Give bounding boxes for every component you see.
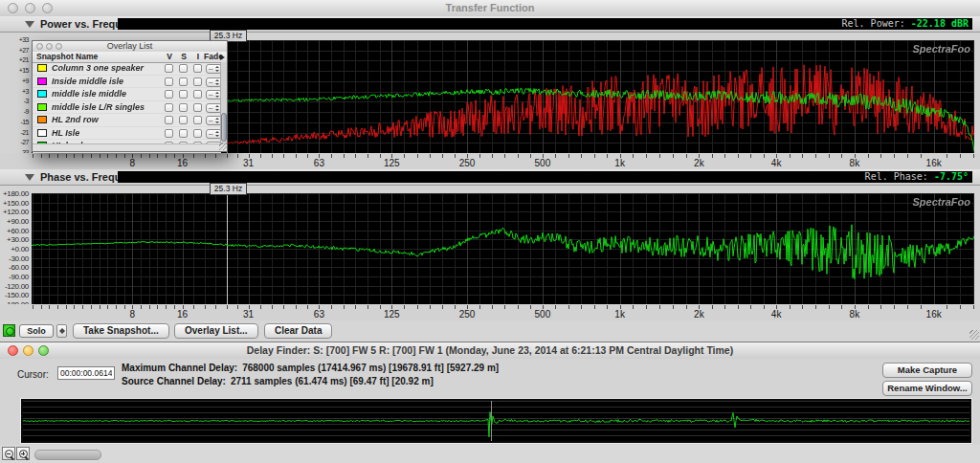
x-axis-minor-tick [157, 305, 158, 309]
snapshot-color-swatch[interactable] [37, 129, 47, 137]
isolate-checkbox[interactable] [193, 129, 202, 138]
x-axis-minor-tick [530, 305, 531, 309]
snapshot-color-swatch[interactable] [37, 116, 47, 123]
solo-checkbox[interactable] [179, 129, 188, 138]
phase-plot[interactable] [32, 193, 974, 304]
y-axis-tick-label: -120.00 [0, 282, 29, 291]
x-axis-minor-tick [815, 154, 816, 158]
x-axis-minor-tick [868, 305, 869, 309]
y-axis-tick-label: +15 [0, 67, 29, 75]
x-axis-minor-tick [237, 154, 238, 158]
scroll-right-arrow-icon[interactable] [220, 55, 225, 60]
overlay-list-row[interactable]: middle isle middle -- [33, 88, 221, 101]
x-axis-minor-tick [141, 154, 142, 158]
fade-value: -- [209, 129, 213, 139]
zoom-in-button[interactable] [16, 447, 30, 460]
overlay-resize-grip[interactable] [219, 143, 227, 150]
rename-window-button[interactable]: Rename Window... [882, 381, 972, 396]
tf-titlebar[interactable]: Transfer Function [0, 0, 980, 17]
cursor-time-field[interactable] [57, 366, 115, 380]
x-axis-minor-tick [116, 154, 117, 158]
power-indicator-icon[interactable] [3, 324, 15, 337]
overlay-list-row[interactable]: Column 3 one speaker -- [33, 62, 221, 76]
solo-checkbox[interactable] [179, 64, 188, 73]
visible-checkbox[interactable] [165, 90, 173, 99]
visible-checkbox[interactable] [165, 103, 173, 112]
solo-button[interactable]: Solo [19, 324, 54, 338]
zoom-out-button[interactable] [2, 447, 15, 460]
phase-readout-strip: Rel. Phase: -7.75° [118, 171, 972, 183]
x-axis-minor-tick [646, 154, 647, 158]
fade-value: -- [209, 116, 213, 125]
x-axis-tick-label: 125 [384, 158, 400, 168]
make-capture-button[interactable]: Make Capture [882, 363, 972, 378]
power-disclosure-triangle-icon[interactable] [25, 21, 34, 28]
take-snapshot-button[interactable]: Take Snapshot... [73, 323, 169, 339]
phase-cursor-frequency-tag[interactable]: 25.3 Hz [210, 183, 247, 195]
column-solo: S [181, 52, 187, 62]
isolate-checkbox[interactable] [193, 90, 202, 99]
solo-checkbox[interactable] [179, 90, 188, 99]
x-axis-minor-tick [479, 154, 480, 158]
solo-checkbox[interactable] [179, 103, 188, 112]
delay-finder-titlebar[interactable]: Delay Finder: S: [700] FW 5 R: [700] FW … [0, 342, 980, 360]
x-axis-tick-label: 63 [314, 309, 324, 320]
x-axis-minor-tick [355, 305, 356, 309]
snapshot-name: middle isle middle [52, 89, 126, 99]
x-axis-minor-tick [260, 154, 261, 158]
x-axis-minor-tick [492, 154, 493, 158]
x-axis-minor-tick [802, 305, 803, 309]
x-axis-minor-tick [82, 154, 83, 158]
x-axis-minor-tick [646, 305, 647, 309]
x-axis-minor-tick [907, 305, 908, 309]
tf-resize-grip[interactable] [969, 330, 979, 340]
overlay-list-row[interactable]: HL Isle -- [33, 127, 221, 141]
solo-stepper[interactable] [56, 324, 67, 338]
isolate-checkbox[interactable] [193, 77, 202, 86]
maximum-channel-delay-value: 768000 samples (17414.967 ms) [19678.91 … [242, 363, 499, 373]
visible-checkbox[interactable] [165, 129, 173, 138]
x-axis-minor-tick [74, 154, 75, 158]
solo-checkbox[interactable] [179, 116, 188, 124]
x-axis-minor-tick [116, 305, 117, 309]
x-axis-minor-tick [193, 154, 194, 158]
y-axis-tick-label: -3 [0, 98, 29, 105]
visible-checkbox[interactable] [165, 116, 173, 124]
spectrafoo-watermark: SpectraFoo [912, 196, 970, 208]
x-axis-minor-tick [331, 305, 332, 309]
overlay-list-row[interactable]: middle isle L/R singles -- [33, 101, 221, 115]
isolate-checkbox[interactable] [193, 116, 202, 124]
x-axis-minor-tick [724, 305, 725, 309]
snapshot-color-swatch[interactable] [37, 103, 47, 111]
snapshot-color-swatch[interactable] [37, 64, 47, 72]
isolate-checkbox[interactable] [193, 103, 202, 112]
y-axis-tick-label: +120.00 [0, 208, 29, 216]
overlay-list-button[interactable]: Overlay List... [174, 323, 258, 339]
x-axis-minor-tick [193, 305, 194, 309]
overlay-list-row[interactable]: Inside middle isle -- [33, 76, 221, 89]
y-axis-tick-label: +90.00 [0, 217, 29, 226]
visible-checkbox[interactable] [165, 77, 173, 86]
isolate-checkbox[interactable] [193, 64, 202, 73]
clear-data-button[interactable]: Clear Data [264, 323, 332, 339]
horizontal-scrollbar-thumb[interactable] [34, 450, 101, 460]
x-axis-minor-tick [91, 154, 92, 158]
snapshot-color-swatch[interactable] [37, 90, 47, 98]
x-axis-minor-tick [504, 305, 505, 309]
x-axis-minor-tick [790, 305, 791, 309]
x-axis-tick-label: 16k [926, 158, 942, 168]
phase-disclosure-triangle-icon[interactable] [25, 174, 34, 181]
x-axis-minor-tick [57, 305, 58, 309]
impulse-waveform-frame [21, 399, 971, 443]
impulse-waveform-plot[interactable] [23, 401, 969, 441]
x-axis-minor-tick [430, 305, 431, 309]
overlay-list-scrollbar[interactable] [220, 62, 227, 144]
source-channel-delay-value: 2711 samples (61.474 ms) [69.47 ft] [20.… [231, 376, 434, 386]
solo-checkbox[interactable] [179, 77, 188, 86]
snapshot-name: Column 3 one speaker [52, 63, 144, 73]
snapshot-color-swatch[interactable] [37, 77, 47, 85]
x-axis-minor-tick [227, 305, 228, 309]
scrollbar-thumb[interactable] [221, 113, 227, 141]
overlay-list-row[interactable]: HL 2nd row -- [33, 114, 221, 127]
visible-checkbox[interactable] [165, 64, 173, 73]
